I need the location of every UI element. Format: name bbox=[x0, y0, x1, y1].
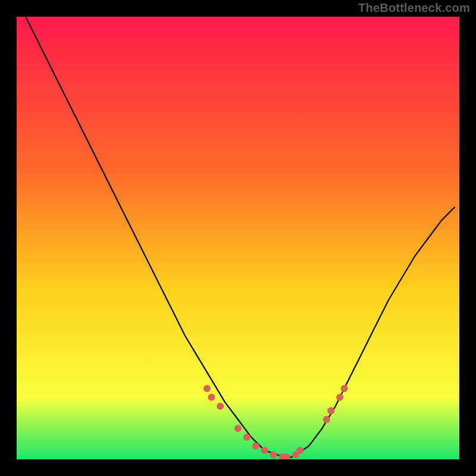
highlight-dot bbox=[208, 394, 215, 401]
highlight-dot bbox=[270, 452, 277, 459]
highlight-dot bbox=[336, 394, 343, 401]
highlight-dot bbox=[296, 447, 303, 454]
highlight-dot bbox=[217, 403, 224, 410]
highlight-dot bbox=[327, 407, 334, 414]
highlight-dot bbox=[203, 385, 211, 392]
highlight-dot bbox=[323, 416, 330, 423]
highlight-dot bbox=[261, 447, 268, 454]
gradient-background bbox=[17, 17, 459, 459]
outer-frame: TheBottleneck.com bbox=[0, 0, 476, 476]
highlight-dot bbox=[234, 425, 242, 432]
highlight-dot bbox=[341, 385, 348, 392]
highlight-dot bbox=[243, 434, 250, 441]
watermark-text: TheBottleneck.com bbox=[358, 1, 470, 15]
highlight-dot bbox=[252, 443, 259, 450]
chart-plot-area bbox=[17, 17, 459, 459]
chart-svg bbox=[17, 17, 459, 459]
